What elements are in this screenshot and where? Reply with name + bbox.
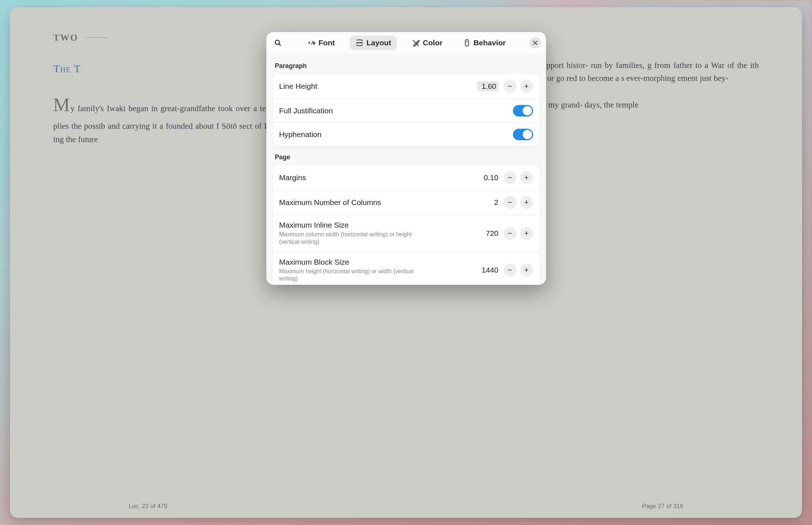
font-icon: A xyxy=(308,39,316,46)
margins-decrement[interactable]: − xyxy=(504,171,517,184)
tab-color[interactable]: Color xyxy=(406,36,448,50)
max-inline-label: Maximum Inline Size xyxy=(279,221,477,229)
close-icon xyxy=(533,40,538,45)
search-button[interactable] xyxy=(271,36,284,49)
minus-icon: − xyxy=(508,229,512,238)
settings-tabs: A Font Layout Color Behavior xyxy=(266,32,546,54)
line-height-value[interactable]: 1.60 xyxy=(477,81,499,91)
max-inline-value: 720 xyxy=(477,229,499,238)
max-block-decrement[interactable]: − xyxy=(504,264,517,277)
tab-font[interactable]: A Font xyxy=(302,36,340,50)
section-page-title: Page xyxy=(275,154,540,161)
max-block-value: 1440 xyxy=(477,266,499,274)
plus-icon: + xyxy=(524,173,529,182)
max-inline-decrement[interactable]: − xyxy=(504,227,517,240)
section-page: Margins 0.10 − + Maximum Number of Colum… xyxy=(273,165,540,285)
plus-icon: + xyxy=(524,265,529,275)
max-columns-value: 2 xyxy=(477,198,499,207)
tab-behavior-label: Behavior xyxy=(473,38,506,47)
row-line-height: Line Height 1.60 − + xyxy=(273,74,540,99)
max-columns-label: Maximum Number of Columns xyxy=(279,198,477,207)
row-hyphenation: Hyphenation xyxy=(273,123,540,146)
minus-icon: − xyxy=(508,265,512,275)
settings-body[interactable]: Paragraph Line Height 1.60 − + Full Just… xyxy=(266,54,546,285)
line-height-label: Line Height xyxy=(279,82,477,91)
max-block-sub: Maximum height (horizontal writing) or w… xyxy=(279,268,430,283)
color-icon xyxy=(412,39,420,46)
plus-icon: + xyxy=(524,198,529,207)
page-footer: Loc. 22 of 479 Page 27 of 316 xyxy=(10,503,802,510)
tab-color-label: Color xyxy=(423,38,442,47)
toggle-knob xyxy=(523,106,532,115)
close-button[interactable] xyxy=(529,37,541,49)
minus-icon: − xyxy=(508,173,512,182)
tab-behavior[interactable]: Behavior xyxy=(458,36,511,50)
max-columns-decrement[interactable]: − xyxy=(504,196,517,209)
tab-layout[interactable]: Layout xyxy=(350,36,397,50)
search-icon xyxy=(274,39,282,47)
behavior-icon xyxy=(463,39,471,47)
row-full-justification: Full Justification xyxy=(273,99,540,123)
section-paragraph-title: Paragraph xyxy=(275,62,540,70)
section-paragraph: Line Height 1.60 − + Full Justification … xyxy=(273,74,540,146)
max-inline-increment[interactable]: + xyxy=(520,227,533,240)
line-height-decrement[interactable]: − xyxy=(504,80,517,93)
svg-rect-5 xyxy=(465,40,469,46)
tab-layout-label: Layout xyxy=(366,38,391,47)
line-height-increment[interactable]: + xyxy=(520,80,533,93)
settings-panel: A Font Layout Color Behavior xyxy=(266,32,546,285)
max-block-increment[interactable]: + xyxy=(520,264,533,277)
plus-icon: + xyxy=(524,82,529,91)
margins-value: 0.10 xyxy=(477,173,499,182)
hyphenation-label: Hyphenation xyxy=(279,130,513,139)
max-columns-increment[interactable]: + xyxy=(520,196,533,209)
layout-icon xyxy=(355,39,363,46)
location-indicator: Loc. 22 of 479 xyxy=(129,503,168,510)
plus-icon: + xyxy=(524,229,529,238)
margins-increment[interactable]: + xyxy=(520,171,533,184)
minus-icon: − xyxy=(508,82,512,91)
toggle-knob xyxy=(523,130,532,139)
row-max-columns: Maximum Number of Columns 2 − + xyxy=(273,190,540,215)
minus-icon: − xyxy=(508,198,512,207)
page-indicator: Page 27 of 316 xyxy=(642,503,683,510)
full-justification-toggle[interactable] xyxy=(513,105,533,117)
hyphenation-toggle[interactable] xyxy=(513,129,533,140)
full-justification-label: Full Justification xyxy=(279,106,513,115)
row-max-block-size: Maximum Block Size Maximum height (horiz… xyxy=(273,252,540,285)
max-block-label: Maximum Block Size xyxy=(279,258,477,266)
tab-font-label: Font xyxy=(318,38,335,47)
max-inline-sub: Maximum column width (horizontal writing… xyxy=(279,231,430,246)
row-margins: Margins 0.10 − + xyxy=(273,165,540,190)
row-max-inline-size: Maximum Inline Size Maximum column width… xyxy=(273,215,540,252)
margins-label: Margins xyxy=(279,173,477,182)
svg-line-1 xyxy=(279,44,280,45)
